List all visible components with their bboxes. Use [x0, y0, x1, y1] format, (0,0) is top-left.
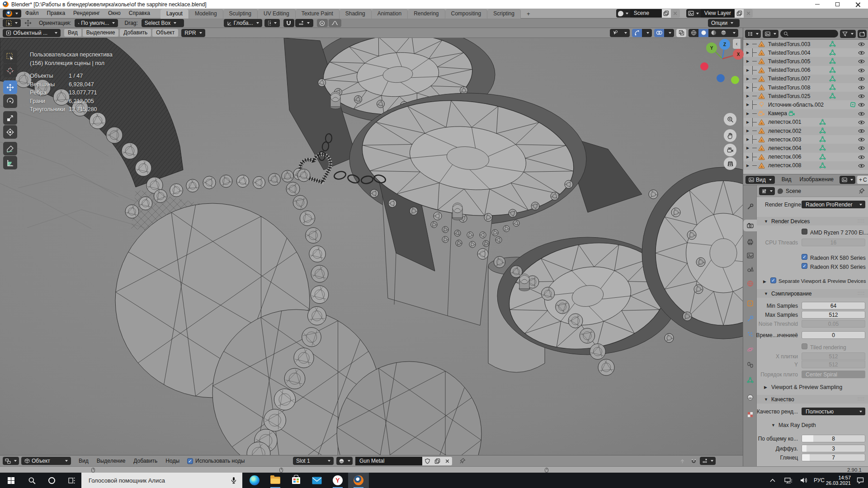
- eye-icon[interactable]: [858, 155, 865, 160]
- tab-modeling[interactable]: Modeling: [189, 9, 223, 19]
- snap-settings-dropdown[interactable]: [295, 19, 313, 27]
- eye-icon[interactable]: [858, 102, 865, 108]
- tab-physics[interactable]: [743, 343, 757, 355]
- outliner-item[interactable]: ▶TwistedTorus.006: [743, 66, 868, 75]
- material-name-field[interactable]: Gun Metal: [355, 457, 422, 465]
- pivot-point-dropdown[interactable]: [264, 19, 280, 27]
- taskbar-blender-icon[interactable]: [348, 473, 369, 488]
- overlays-dropdown[interactable]: [664, 29, 674, 37]
- outliner-item[interactable]: ▶лепесток.006: [743, 153, 868, 161]
- minimize-button[interactable]: [807, 0, 827, 9]
- tab-modifiers[interactable]: [743, 313, 757, 324]
- noise-threshold-field[interactable]: 0.05: [802, 320, 865, 328]
- tab-constraints[interactable]: [743, 359, 757, 371]
- orientation-dropdown[interactable]: По умолч...: [75, 19, 118, 27]
- tray-expand-button[interactable]: [766, 473, 779, 488]
- shader-type-dropdown[interactable]: Объект: [21, 457, 71, 465]
- action-center-button[interactable]: [853, 473, 868, 488]
- view-layer-copy-button[interactable]: [735, 9, 744, 18]
- outliner-item[interactable]: ▶лепесток.004: [743, 144, 868, 152]
- new-collection-button[interactable]: [858, 30, 867, 38]
- maximize-button[interactable]: [827, 0, 848, 9]
- viewport-sampling-label[interactable]: Viewport & Preview Sampling: [771, 384, 842, 390]
- gizmos-dropdown[interactable]: [642, 29, 652, 37]
- scene-unlink-button[interactable]: [671, 9, 680, 18]
- time-limit-field[interactable]: 0: [802, 331, 865, 339]
- object-visibility-dropdown[interactable]: [610, 29, 620, 37]
- tool-annotate[interactable]: [3, 142, 17, 155]
- glossy-depth-slider[interactable]: 7: [802, 454, 865, 461]
- xray-toggle[interactable]: [676, 29, 686, 37]
- menu-render[interactable]: Рендеринг: [69, 9, 104, 18]
- tile-order-dropdown[interactable]: Center Spiral: [802, 371, 865, 378]
- viewport-menu-add[interactable]: Добавить: [120, 29, 151, 37]
- cpu-device-checkbox[interactable]: [802, 229, 807, 235]
- image-browse-dropdown[interactable]: [840, 176, 855, 184]
- fake-user-button[interactable]: [422, 457, 432, 465]
- menu-file[interactable]: Файл: [21, 9, 43, 18]
- gizmo-x-neg[interactable]: [700, 62, 708, 70]
- outliner-item[interactable]: ▶лепесток.002: [743, 127, 868, 135]
- eye-icon[interactable]: [858, 42, 865, 47]
- shader-menu-add[interactable]: Добавить: [129, 456, 161, 466]
- tab-view-layer[interactable]: [743, 249, 757, 261]
- shading-solid-button[interactable]: [698, 29, 708, 37]
- tool-select-box[interactable]: [3, 50, 17, 63]
- shader-menu-select[interactable]: Выделение: [93, 456, 130, 466]
- tool-measure[interactable]: [3, 156, 17, 169]
- viewport-menu-object[interactable]: Объект: [152, 29, 178, 37]
- sampling-panel-header[interactable]: ▼Сэмплирование ::::: [757, 289, 868, 298]
- tab-render[interactable]: [743, 220, 757, 231]
- editor-type-dropdown[interactable]: Вид: [745, 176, 775, 184]
- gpu2-checkbox[interactable]: ✓: [802, 263, 807, 269]
- transform-space-dropdown[interactable]: Глоба...: [224, 19, 262, 27]
- material-slot-dropdown[interactable]: Slot 1: [293, 457, 334, 465]
- perspective-toggle-button[interactable]: [724, 157, 736, 170]
- separate-devices-checkbox[interactable]: ✓: [770, 277, 776, 283]
- proportional-falloff-dropdown[interactable]: [329, 19, 341, 27]
- expand-icon[interactable]: ▶: [764, 385, 767, 389]
- shader-menu-view[interactable]: Вид: [75, 456, 93, 466]
- outliner-item[interactable]: ▶лепесток.008: [743, 161, 868, 170]
- snap-parent-button[interactable]: [677, 457, 687, 465]
- shading-dropdown[interactable]: [728, 29, 738, 37]
- tiled-rendering-checkbox[interactable]: [802, 343, 807, 349]
- tab-object-data[interactable]: [743, 374, 757, 386]
- eye-icon[interactable]: [858, 163, 865, 169]
- scene-name-field[interactable]: Scene: [630, 9, 662, 18]
- close-button[interactable]: [848, 0, 868, 9]
- render-devices-panel-header[interactable]: ▼Render Devices ::::: [757, 217, 868, 225]
- tab-tool[interactable]: [743, 201, 757, 212]
- tool-transform[interactable]: [3, 125, 17, 139]
- eye-icon[interactable]: [858, 68, 865, 73]
- outliner-item[interactable]: ▶TwistedTorus.025: [743, 92, 868, 100]
- pan-view-button[interactable]: [724, 129, 736, 142]
- shading-wireframe-button[interactable]: [689, 29, 698, 37]
- tray-volume-icon[interactable]: [797, 473, 811, 488]
- shading-material-button[interactable]: [708, 29, 718, 37]
- tool-rotate[interactable]: [3, 94, 17, 108]
- transform-widget-button[interactable]: [23, 19, 33, 27]
- eye-icon[interactable]: [858, 137, 865, 142]
- material-browse-dropdown[interactable]: [336, 457, 353, 465]
- properties-filter-dropdown[interactable]: [759, 187, 775, 195]
- shading-rendered-button[interactable]: [718, 29, 728, 37]
- image-menu-view[interactable]: Вид: [778, 175, 796, 184]
- blender-menu-button[interactable]: [3, 9, 21, 18]
- tab-texture-paint[interactable]: Texture Paint: [296, 9, 340, 19]
- gizmo-z-axis[interactable]: Z: [719, 39, 730, 50]
- tab-uv-editing[interactable]: UV Editing: [258, 9, 296, 19]
- copy-material-button[interactable]: [432, 457, 442, 465]
- taskbar-explorer-icon[interactable]: [265, 473, 286, 488]
- eye-icon[interactable]: [858, 85, 865, 90]
- max-ray-depth-label[interactable]: Max Ray Depth: [778, 422, 816, 428]
- use-nodes-checkbox[interactable]: ✓: [187, 458, 193, 464]
- snap-node-dropdown[interactable]: [700, 457, 716, 465]
- eye-icon[interactable]: [858, 128, 865, 134]
- image-menu-image[interactable]: Изображение: [795, 175, 838, 184]
- outliner-item[interactable]: ▶TwistedTorus.004: [743, 48, 868, 57]
- overlays-toggle[interactable]: [654, 29, 664, 37]
- pin-icon[interactable]: [459, 458, 466, 464]
- outliner-item[interactable]: ▶TwistedTorus.008: [743, 83, 868, 92]
- outliner-item[interactable]: ▶лепесток.003: [743, 135, 868, 144]
